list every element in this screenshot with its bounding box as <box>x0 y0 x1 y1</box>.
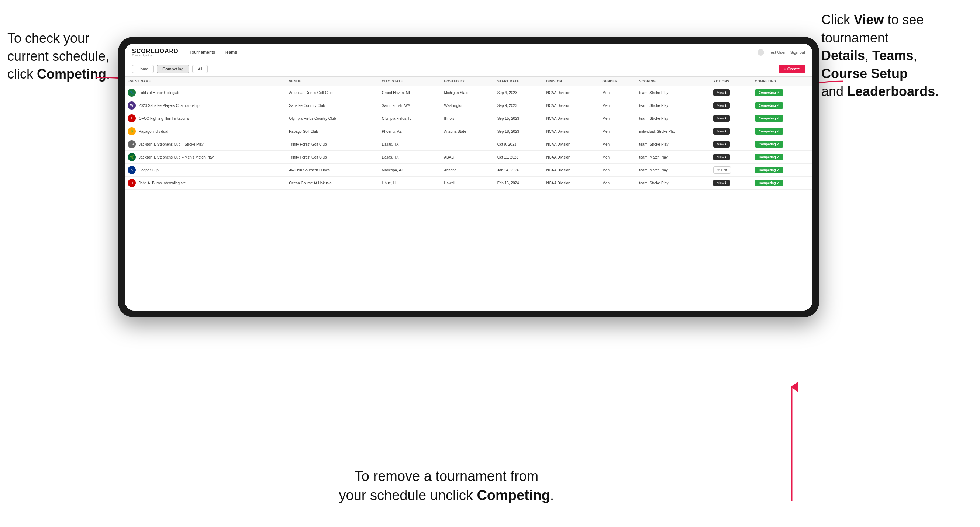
team-logo: 🌿 <box>128 153 136 161</box>
city-state-cell: Phoenix, AZ <box>379 125 441 138</box>
event-name-cell: JS Jackson T. Stephens Cup – Stroke Play <box>125 138 286 151</box>
tab-all[interactable]: All <box>192 65 208 73</box>
app-header: SCOREBOARD Powered by clippi Tournaments… <box>125 43 813 61</box>
event-name: John A. Burns Intercollegiate <box>139 181 186 185</box>
competing-cell: Competing ✓ <box>752 151 813 164</box>
city-state-cell: Sammamish, WA <box>379 99 441 112</box>
competing-button[interactable]: Competing ✓ <box>755 167 784 173</box>
scoring-cell: team, Stroke Play <box>636 86 710 99</box>
hosted-by-cell: Washington <box>441 99 494 112</box>
scoring-cell: team, Match Play <box>636 164 710 177</box>
scoreboard-logo: SCOREBOARD Powered by clippi <box>132 48 178 56</box>
view-button[interactable]: View ℹ <box>713 128 730 135</box>
scoring-cell: team, Stroke Play <box>636 112 710 125</box>
hosted-by-cell: Illinois <box>441 112 494 125</box>
start-date-cell: Oct 9, 2023 <box>495 138 544 151</box>
view-button[interactable]: View ℹ <box>713 141 730 148</box>
venue-cell: Sahalee Country Club <box>286 99 379 112</box>
gender-cell: Men <box>600 125 636 138</box>
division-cell: NCAA Division I <box>544 112 600 125</box>
tr-end: . <box>935 84 939 99</box>
competing-button[interactable]: Competing ✓ <box>755 115 784 122</box>
signout-link[interactable]: Sign out <box>790 50 805 55</box>
annotation-topleft: To check your current schedule, click Co… <box>7 30 126 83</box>
city-state-cell: Olympia Fields, IL <box>379 112 441 125</box>
tr-l4: , <box>865 48 872 63</box>
hosted-by-cell: Michigan State <box>441 86 494 99</box>
gender-cell: Men <box>600 138 636 151</box>
event-name-cell: W 2023 Sahalee Players Championship <box>125 99 286 112</box>
scoring-cell: team, Stroke Play <box>636 177 710 190</box>
actions-cell: View ℹ <box>710 138 752 151</box>
user-icon <box>757 49 764 56</box>
start-date-cell: Sep 9, 2023 <box>495 99 544 112</box>
event-name-cell: A Copper Cup <box>125 164 286 177</box>
team-logo: W <box>128 102 136 110</box>
gender-cell: Men <box>600 177 636 190</box>
competing-button[interactable]: Competing ✓ <box>755 154 784 160</box>
col-gender: Gender <box>600 77 636 86</box>
tr-l5: , <box>913 48 917 63</box>
start-date-cell: Jan 14, 2024 <box>495 164 544 177</box>
event-name: Copper Cup <box>139 168 159 172</box>
col-competing: Competing <box>752 77 813 86</box>
tr-b2: Details <box>821 48 865 63</box>
competing-button[interactable]: Competing ✓ <box>755 102 784 109</box>
team-logo: JS <box>128 140 136 148</box>
gender-cell: Men <box>600 151 636 164</box>
annotation-bottom: To remove a tournament from your schedul… <box>317 467 576 505</box>
event-name-cell: 🐾 Folds of Honor Collegiate <box>125 86 286 99</box>
competing-button[interactable]: Competing ✓ <box>755 128 784 135</box>
event-name: Jackson T. Stephens Cup – Stroke Play <box>139 142 203 146</box>
competing-button[interactable]: Competing ✓ <box>755 141 784 148</box>
view-button[interactable]: View ℹ <box>713 179 730 186</box>
event-name: OFCC Fighting Illini Invitational <box>139 116 189 121</box>
view-button[interactable]: View ℹ <box>713 89 730 96</box>
annotation-line1: To check your <box>7 31 89 46</box>
tab-competing[interactable]: Competing <box>157 65 189 73</box>
annotation-end: . <box>106 67 110 81</box>
division-cell: NCAA Division I <box>544 177 600 190</box>
tr-l2: to see <box>884 12 924 27</box>
team-logo: I <box>128 114 136 122</box>
actions-cell: View ℹ <box>710 177 752 190</box>
division-cell: NCAA Division I <box>544 138 600 151</box>
competing-button[interactable]: Competing ✓ <box>755 89 784 96</box>
venue-cell: Papago Golf Club <box>286 125 379 138</box>
competing-cell: Competing ✓ <box>752 164 813 177</box>
city-state-cell: Dallas, TX <box>379 138 441 151</box>
col-division: Division <box>544 77 600 86</box>
event-name: Papago Individual <box>139 129 168 133</box>
edit-button[interactable]: ✏ Edit <box>713 166 731 174</box>
view-button[interactable]: View ℹ <box>713 115 730 122</box>
hosted-by-cell: ABAC <box>441 151 494 164</box>
nav-tournaments[interactable]: Tournaments <box>190 50 215 55</box>
competing-button[interactable]: Competing ✓ <box>755 179 784 186</box>
view-button[interactable]: View ℹ <box>713 102 730 109</box>
venue-cell: Trinity Forest Golf Club <box>286 138 379 151</box>
event-name-cell: 🌵 Papago Individual <box>125 125 286 138</box>
city-state-cell: Maricopa, AZ <box>379 164 441 177</box>
tab-home[interactable]: Home <box>132 65 154 73</box>
start-date-cell: Feb 15, 2024 <box>495 177 544 190</box>
bot-end: . <box>550 487 554 503</box>
bot-l2: your schedule unclick <box>339 487 477 503</box>
header-right: Test User Sign out <box>757 49 805 56</box>
actions-cell: View ℹ <box>710 125 752 138</box>
event-name-cell: I OFCC Fighting Illini Invitational <box>125 112 286 125</box>
gender-cell: Men <box>600 99 636 112</box>
gender-cell: Men <box>600 112 636 125</box>
create-button[interactable]: + Create <box>778 65 805 73</box>
actions-cell: View ℹ <box>710 112 752 125</box>
event-name: 2023 Sahalee Players Championship <box>139 104 200 108</box>
nav-teams[interactable]: Teams <box>224 50 237 55</box>
tournaments-table: Event Name Venue City, State Hosted By S… <box>125 77 813 190</box>
view-button[interactable]: View ℹ <box>713 154 730 160</box>
arrow-unclick <box>781 379 803 505</box>
annotation-bold: Competing <box>37 67 106 81</box>
table-row: I OFCC Fighting Illini Invitational Olym… <box>125 112 813 125</box>
event-name: Jackson T. Stephens Cup – Men's Match Pl… <box>139 155 214 159</box>
venue-cell: Ak-Chin Southern Dunes <box>286 164 379 177</box>
table-row: JS Jackson T. Stephens Cup – Stroke Play… <box>125 138 813 151</box>
table-row: 🌵 Papago Individual Papago Golf ClubPhoe… <box>125 125 813 138</box>
